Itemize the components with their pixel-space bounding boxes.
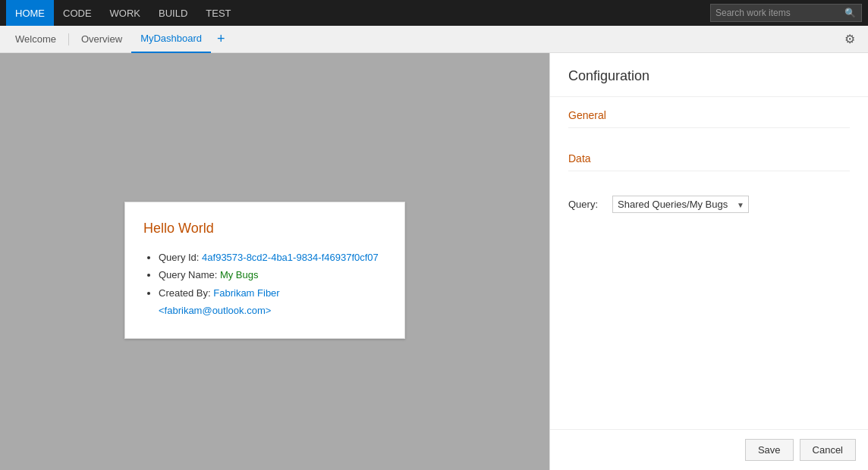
created-by-label: Created By: xyxy=(159,287,213,299)
panel-footer: Save Cancel xyxy=(550,429,868,470)
nav-build[interactable]: BUILD xyxy=(149,0,197,26)
subnav-mydashboard[interactable]: MyDashboard xyxy=(131,26,211,53)
query-row: Query: Shared Queries/My Bugs Shared Que… xyxy=(550,190,868,219)
query-name-value: My Bugs xyxy=(220,269,259,280)
subnav-overview[interactable]: Overview xyxy=(72,26,131,53)
content-area: Hello World Query Id: 4af93573-8cd2-4ba1… xyxy=(0,53,549,470)
search-icon[interactable]: 🔍 xyxy=(844,8,856,18)
widget-title: Hello World xyxy=(143,221,386,237)
add-dashboard-button[interactable]: + xyxy=(211,31,231,47)
list-item: Query Name: My Bugs xyxy=(159,266,386,284)
top-nav: HOME CODE WORK BUILD TEST 🔍 xyxy=(0,0,868,26)
list-item: Created By: Fabrikam Fiber <fabrikam@out… xyxy=(159,284,386,320)
query-select[interactable]: Shared Queries/My Bugs Shared Queries/Al… xyxy=(612,196,749,213)
nav-work[interactable]: WORK xyxy=(101,0,149,26)
sub-nav: Welcome Overview MyDashboard + ⚙ xyxy=(0,26,868,53)
data-section: Data xyxy=(550,140,868,190)
nav-test[interactable]: TEST xyxy=(197,0,240,26)
widget-list: Query Id: 4af93573-8cd2-4ba1-9834-f46937… xyxy=(143,249,386,320)
search-input[interactable] xyxy=(715,8,844,18)
widget-card: Hello World Query Id: 4af93573-8cd2-4ba1… xyxy=(124,202,405,339)
search-container: 🔍 xyxy=(710,4,862,22)
cancel-button[interactable]: Cancel xyxy=(800,439,856,461)
general-section: General xyxy=(550,97,868,140)
panel-title: Configuration xyxy=(550,53,868,97)
query-label: Query: xyxy=(568,199,606,210)
nav-home[interactable]: HOME xyxy=(6,0,54,26)
data-section-title: Data xyxy=(568,152,850,171)
save-button[interactable]: Save xyxy=(745,439,794,461)
list-item: Query Id: 4af93573-8cd2-4ba1-9834-f46937… xyxy=(159,249,386,266)
nav-separator xyxy=(68,33,69,45)
general-section-title: General xyxy=(568,109,850,128)
query-id-value: 4af93573-8cd2-4ba1-9834-f46937f0cf07 xyxy=(202,252,379,263)
query-name-label: Query Name: xyxy=(159,269,220,280)
config-panel: Configuration General Data Query: Shared… xyxy=(549,53,868,470)
main-layout: Hello World Query Id: 4af93573-8cd2-4ba1… xyxy=(0,53,868,470)
query-select-wrapper: Shared Queries/My Bugs Shared Queries/Al… xyxy=(612,196,749,213)
nav-code[interactable]: CODE xyxy=(54,0,101,26)
query-id-label: Query Id: xyxy=(159,252,202,263)
settings-icon[interactable]: ⚙ xyxy=(838,27,862,52)
subnav-welcome[interactable]: Welcome xyxy=(6,26,65,53)
